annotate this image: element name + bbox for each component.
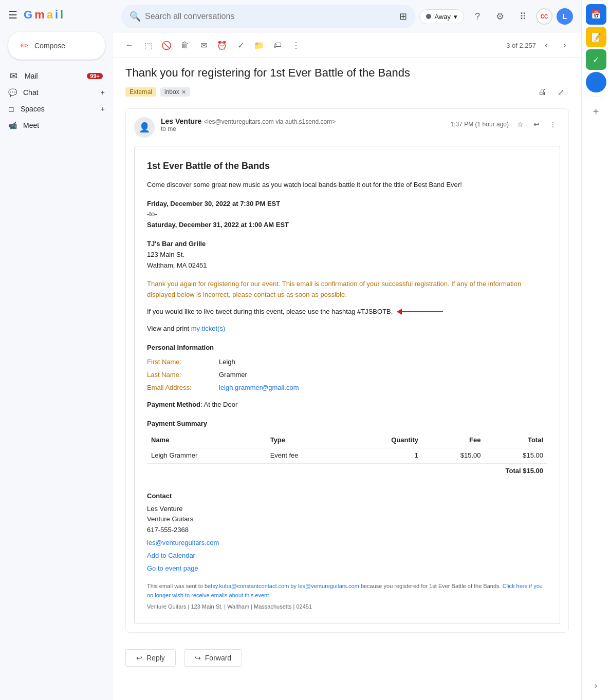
filter-icon[interactable]: ⊞ <box>399 11 407 22</box>
snooze-button[interactable]: ⏰ <box>214 37 230 53</box>
archive-button[interactable]: ⬚ <box>140 37 156 53</box>
first-name-label: First Name: <box>147 357 219 368</box>
payment-summary-header: Payment Summary <box>147 419 547 429</box>
settings-button[interactable]: ⚙ <box>491 7 509 26</box>
hamburger-icon[interactable]: ☰ <box>8 9 17 21</box>
venue-name: TJ's Bar and Grille <box>147 239 547 250</box>
email-addr-link[interactable]: leigh.grammer@gmail.com <box>219 384 299 391</box>
footer-sender-link[interactable]: les@ventureguitars.com <box>298 583 359 589</box>
rp-meet-button[interactable]: 👤 <box>586 72 606 92</box>
tag-inbox: inbox ✕ <box>160 87 190 97</box>
delete-button[interactable]: 🗑 <box>177 37 193 53</box>
mail-badge: 99+ <box>87 73 103 79</box>
rp-calendar-button[interactable]: 📅 <box>586 4 606 25</box>
payment-table: Name Type Quantity Fee Total Leigh Gramm… <box>147 433 547 478</box>
footer-email-link[interactable]: betsy.kuba@constantcontact.com <box>205 583 289 589</box>
email-message: 👤 Les Venture <les@ventureguitars.com vi… <box>125 108 569 633</box>
reply-icon: ↩ <box>136 654 142 662</box>
reply-area: ↩ Reply ↪ Forward <box>113 637 581 679</box>
forward-label: Forward <box>205 654 231 662</box>
star-button[interactable]: ☆ <box>513 117 527 131</box>
sender-name: Les Venture <box>161 117 201 125</box>
event-title: 1st Ever Battle of the Bands <box>147 159 547 174</box>
prev-email-button[interactable]: ‹ <box>538 37 554 53</box>
gmail-logo: Gmail <box>24 8 63 22</box>
arrow-annotation <box>397 309 443 315</box>
apps-button[interactable]: ⠿ <box>513 7 532 26</box>
col-name: Name <box>147 433 266 448</box>
table-row: Leigh Grammer Event fee 1 $15.00 $15.00 <box>147 448 547 464</box>
date-separator: -to- <box>147 209 547 220</box>
sidebar-item-mail-label: Mail <box>25 72 38 80</box>
status-button[interactable]: Away ▾ <box>419 9 464 24</box>
tag-inbox-label: inbox <box>164 88 179 96</box>
sidebar-item-meet-label: Meet <box>23 121 39 129</box>
print-button[interactable]: 🖨 <box>534 84 550 100</box>
payment-method-label: Payment Method <box>147 401 200 408</box>
avatar[interactable]: L <box>557 8 573 25</box>
email-content: 1st Ever Battle of the Bands Come discov… <box>134 146 560 624</box>
arrow-line <box>402 311 443 312</box>
sidebar-item-meet[interactable]: 📹 Meet <box>0 117 113 134</box>
footer-addr: Venture Guitars | 123 Main St. | Waltham… <box>147 602 547 612</box>
next-email-button[interactable]: › <box>557 37 573 53</box>
email-time: 1:37 PM (1 hour ago) ☆ ↩ ⋮ <box>451 117 560 131</box>
personal-info-header: Personal Information <box>147 343 547 353</box>
sidebar-item-mail[interactable]: ✉ Mail 99+ <box>0 68 111 84</box>
forward-icon: ↪ <box>195 654 201 662</box>
back-button[interactable]: ← <box>121 37 138 53</box>
contact-email-link[interactable]: les@ventureguitars.com <box>147 538 547 548</box>
first-name-row: First Name: Leigh <box>147 357 547 368</box>
forward-button[interactable]: ↪ Forward <box>184 649 242 667</box>
help-button[interactable]: ? <box>468 7 487 26</box>
payment-total: Total $15.00 <box>147 463 547 478</box>
mark-unread-button[interactable]: ✉ <box>195 37 212 53</box>
last-name-value: Grammer <box>219 370 247 381</box>
reply-label: Reply <box>146 654 165 662</box>
label-button[interactable]: 🏷 <box>269 37 286 53</box>
sidebar: ☰ Gmail ✏ Compose ✉ Mail 99+ 💬 Chat + ◻ … <box>0 0 113 700</box>
footer-text: This email was sent to betsy.kuba@consta… <box>147 582 547 600</box>
email-to: to me <box>161 125 445 133</box>
email-toolbar: ← ⬚ 🚫 🗑 ✉ ⏰ ✓ 📁 🏷 ⋮ 3 of 2,257 ‹ › <box>113 33 581 58</box>
tag-inbox-close[interactable]: ✕ <box>181 89 186 96</box>
rp-add-button[interactable]: + <box>586 101 606 122</box>
rp-expand-button[interactable]: › <box>586 675 606 696</box>
compose-button[interactable]: ✏ Compose <box>8 32 105 60</box>
email-area: ← ⬚ 🚫 🗑 ✉ ⏰ ✓ 📁 🏷 ⋮ 3 of 2,257 ‹ › Thank… <box>113 33 581 700</box>
sidebar-item-chat[interactable]: 💬 Chat + <box>0 84 113 101</box>
last-name-row: Last Name: Grammer <box>147 370 547 381</box>
payment-method-value: At the Door <box>204 401 238 408</box>
status-chevron-icon: ▾ <box>454 13 457 21</box>
add-to-calendar-link[interactable]: Add to Calendar <box>147 551 547 561</box>
reply-quick-button[interactable]: ↩ <box>529 117 544 131</box>
sender-avatar: 👤 <box>134 117 155 138</box>
first-name-value: Leigh <box>219 357 235 368</box>
rp-contacts-button[interactable]: ✓ <box>586 49 606 70</box>
move-to-button[interactable]: 📁 <box>251 37 267 53</box>
ticket-link[interactable]: my ticket(s) <box>191 325 225 332</box>
report-spam-button[interactable]: 🚫 <box>158 37 175 53</box>
chat-add-icon[interactable]: + <box>101 88 105 97</box>
go-to-event-link[interactable]: Go to event page <box>147 563 547 574</box>
reply-button[interactable]: ↩ Reply <box>125 649 176 667</box>
more-actions-button[interactable]: ⋮ <box>546 117 560 131</box>
contact-section: Contact Les Venture Venture Guitars 617-… <box>147 491 547 574</box>
email-body: 1st Ever Battle of the Bands Come discov… <box>126 146 568 632</box>
rp-tasks-button[interactable]: 📝 <box>586 27 606 47</box>
add-task-button[interactable]: ✓ <box>232 37 249 53</box>
search-input[interactable] <box>145 12 395 21</box>
date-start: Friday, December 30, 2022 at 7:30 PM EST <box>147 199 547 210</box>
email-subject-area: Thank you for registering for 1st Ever B… <box>113 58 581 104</box>
tag-external: External <box>125 87 156 97</box>
more-button[interactable]: ⋮ <box>288 37 304 53</box>
contact-company: Venture Guitars <box>147 514 547 525</box>
date-end: Saturday, December 31, 2022 at 1:00 AM E… <box>147 220 547 231</box>
row-quantity: 1 <box>345 448 422 464</box>
sidebar-item-spaces[interactable]: ◻ Spaces + <box>0 101 113 117</box>
col-fee: Fee <box>422 433 485 448</box>
open-in-new-button[interactable]: ⤢ <box>552 84 569 100</box>
main-content: 🔍 ⊞ Away ▾ ? ⚙ ⠿ CC L ← ⬚ 🚫 🗑 ✉ ⏰ ✓ <box>113 0 581 700</box>
row-total: $15.00 <box>485 448 547 464</box>
spaces-add-icon[interactable]: + <box>101 105 105 113</box>
